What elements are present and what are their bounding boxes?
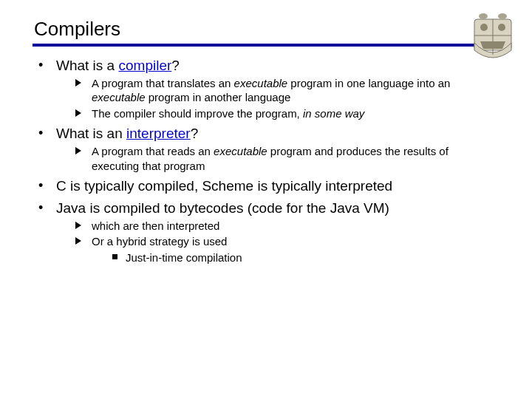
- text: What is an: [56, 126, 126, 141]
- sub-item: The compiler should improve the program,…: [75, 106, 495, 121]
- bullet-interpreter: What is an interpreter? A program that r…: [37, 125, 495, 173]
- link-compiler[interactable]: compiler: [118, 58, 171, 73]
- sub-item: Or a hybrid strategy is used Just-in-tim…: [75, 234, 495, 265]
- svg-point-3: [479, 13, 488, 19]
- sub-sub-list: Just-in-time compilation: [92, 250, 495, 265]
- sub-sub-item: Just-in-time compilation: [112, 250, 495, 265]
- sub-list: A program that reads an executable progr…: [56, 144, 495, 173]
- text: Just-in-time compilation: [126, 251, 242, 264]
- text: ?: [171, 58, 180, 73]
- text: A program that translates an: [92, 77, 234, 89]
- sub-item: which are then interpreted: [75, 219, 495, 233]
- em: executable: [92, 91, 146, 103]
- sub-item: A program that translates an executable …: [75, 76, 495, 105]
- bullet-list: What is a compiler? A program that trans…: [33, 57, 499, 265]
- svg-point-4: [498, 13, 507, 19]
- text: program in another language: [146, 91, 291, 103]
- bullet-c-scheme: C is typically compiled, Scheme is typic…: [37, 177, 495, 195]
- sub-list: which are then interpreted Or a hybrid s…: [56, 219, 495, 265]
- bullet-compiler: What is a compiler? A program that trans…: [37, 57, 495, 120]
- text: Or a hybrid strategy is used: [92, 235, 227, 248]
- crest-logo: [473, 13, 513, 61]
- em: executable: [214, 145, 267, 157]
- sub-list: A program that translates an executable …: [56, 76, 495, 121]
- title-rule: [33, 44, 499, 47]
- em: executable: [234, 77, 288, 89]
- svg-point-5: [480, 24, 488, 31]
- sub-item: A program that reads an executable progr…: [75, 144, 495, 173]
- text: which are then interpreted: [92, 219, 219, 232]
- em: in some way: [303, 107, 364, 120]
- text: ?: [191, 126, 199, 141]
- text: The compiler should improve the program,: [92, 107, 303, 120]
- link-interpreter[interactable]: interpreter: [126, 126, 191, 141]
- text: C is typically compiled, Scheme is typic…: [56, 178, 392, 194]
- slide-title: Compilers: [34, 18, 499, 41]
- svg-point-6: [498, 24, 505, 31]
- text: A program that reads an: [92, 145, 214, 157]
- text: Java is compiled to bytecodes (code for …: [56, 200, 389, 216]
- text: What is a: [56, 58, 118, 73]
- bullet-java: Java is compiled to bytecodes (code for …: [37, 200, 495, 265]
- slide: Compilers What is a compiler? A program …: [0, 0, 532, 399]
- text: program in one language into an: [287, 77, 450, 89]
